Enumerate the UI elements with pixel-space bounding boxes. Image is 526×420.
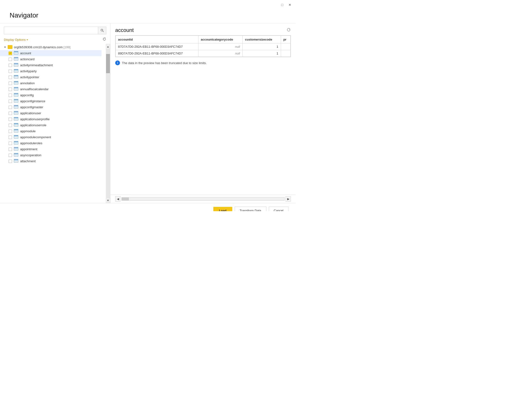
cell-customersizecode-0: 1 bbox=[243, 43, 281, 50]
tree-item-appmodule[interactable]: appmodule bbox=[0, 128, 101, 134]
scroll-track bbox=[106, 49, 110, 198]
checkbox-annotation[interactable] bbox=[9, 82, 12, 85]
data-table: accountidaccountcategorycodecustomersize… bbox=[115, 36, 291, 57]
checkbox-appconfiginstance[interactable] bbox=[9, 100, 12, 103]
tree-items-container: account actioncard activitymimeattachmen… bbox=[0, 50, 101, 164]
tree-item-annualfiscalcalendar[interactable]: annualfiscalcalendar bbox=[0, 86, 101, 92]
checkbox-activitymimeattachment[interactable] bbox=[9, 64, 12, 67]
chevron-down-icon: ▾ bbox=[27, 38, 28, 41]
table-icon bbox=[14, 93, 18, 97]
checkbox-applicationuser[interactable] bbox=[9, 112, 12, 115]
table-icon bbox=[14, 69, 18, 73]
table-icon bbox=[14, 81, 18, 85]
load-button[interactable]: Load bbox=[213, 207, 232, 211]
cell-accountcategorycode-0: null bbox=[198, 43, 242, 50]
checkbox-actioncard[interactable] bbox=[9, 58, 12, 61]
tree-item-label-appconfig: appconfig bbox=[20, 93, 34, 97]
search-input[interactable] bbox=[4, 27, 98, 34]
h-scroll-thumb[interactable] bbox=[122, 197, 129, 200]
tree-item-label-annualfiscalcalendar: annualfiscalcalendar bbox=[20, 87, 49, 91]
tree-item-activityparty[interactable]: activityparty bbox=[0, 68, 101, 74]
checkbox-appmodule[interactable] bbox=[9, 130, 12, 133]
tree-root[interactable]: ▼ org0b539308.crm10.dynamics.com [199] bbox=[0, 44, 101, 50]
checkbox-annualfiscalcalendar[interactable] bbox=[9, 88, 12, 91]
checkbox-appconfig[interactable] bbox=[9, 94, 12, 97]
tree-container: ▼ org0b539308.crm10.dynamics.com [199] a… bbox=[0, 44, 110, 203]
checkbox-appmodulecomponent[interactable] bbox=[9, 136, 12, 139]
col-header-pr: pr bbox=[281, 36, 290, 43]
cancel-button[interactable]: Cancel bbox=[269, 207, 288, 211]
svg-rect-39 bbox=[14, 87, 18, 88]
tree-item-annotation[interactable]: annotation bbox=[0, 80, 101, 86]
checkbox-activityparty[interactable] bbox=[9, 70, 12, 73]
table-icon bbox=[14, 141, 18, 145]
tree-item-applicationuser[interactable]: applicationuser bbox=[0, 110, 101, 116]
table-icon bbox=[14, 57, 18, 61]
checkbox-activitypointer[interactable] bbox=[9, 76, 12, 79]
info-message-text: The data in the preview has been truncat… bbox=[122, 61, 207, 65]
scroll-left-button[interactable]: ◀ bbox=[115, 196, 121, 202]
tree-item-label-actioncard: actioncard bbox=[20, 57, 35, 61]
tree-root-label: org0b539308.crm10.dynamics.com [199] bbox=[14, 45, 71, 49]
folder-icon bbox=[8, 45, 12, 49]
svg-rect-51 bbox=[14, 99, 18, 100]
col-header-accountid: accountid bbox=[116, 36, 198, 43]
tree-item-appconfig[interactable]: appconfig bbox=[0, 92, 101, 98]
h-scroll-track bbox=[121, 197, 285, 201]
checkbox-applicationuserprofile[interactable] bbox=[9, 118, 12, 121]
transform-data-button[interactable]: Transform Data bbox=[235, 207, 266, 211]
tree-item-activitymimeattachment[interactable]: activitymimeattachment bbox=[0, 62, 101, 68]
scroll-down-button[interactable]: ▼ bbox=[106, 198, 110, 203]
search-button[interactable] bbox=[98, 27, 106, 34]
tree-item-activitypointer[interactable]: activitypointer bbox=[0, 74, 101, 80]
table-icon bbox=[14, 111, 18, 115]
svg-rect-81 bbox=[14, 129, 18, 130]
tree-item-label-applicationuserrole: applicationuserrole bbox=[20, 123, 46, 127]
svg-rect-15 bbox=[14, 63, 18, 64]
preview-refresh-icon[interactable] bbox=[286, 28, 291, 33]
checkbox-applicationuserrole[interactable] bbox=[9, 123, 12, 127]
tree-item-applicationuserrole[interactable]: applicationuserrole bbox=[0, 122, 101, 128]
table-icon bbox=[14, 87, 18, 91]
tree-item-label-appmoduleroles: appmoduleroles bbox=[20, 141, 42, 145]
svg-rect-111 bbox=[14, 159, 18, 160]
tree-item-applicationuserprofile[interactable]: applicationuserprofile bbox=[0, 116, 101, 122]
tree-item-label-appconfigmaster: appconfigmaster bbox=[20, 105, 43, 109]
close-button[interactable]: ✕ bbox=[287, 2, 293, 8]
tree-item-attachment[interactable]: attachment bbox=[0, 158, 101, 164]
svg-rect-93 bbox=[14, 141, 18, 142]
tree-item-label-appointment: appointment bbox=[20, 147, 37, 151]
scroll-thumb[interactable] bbox=[106, 54, 110, 73]
data-table-container: accountidaccountcategorycodecustomersize… bbox=[115, 35, 291, 57]
minimize-button[interactable]: □ bbox=[279, 2, 285, 8]
display-options-button[interactable]: Display Options ▾ bbox=[4, 38, 28, 41]
cell-customersizecode-1: 1 bbox=[243, 50, 281, 57]
tree-item-actioncard[interactable]: actioncard bbox=[0, 56, 101, 62]
tree-item-label-applicationuserprofile: applicationuserprofile bbox=[20, 117, 50, 121]
checkbox-appmoduleroles[interactable] bbox=[9, 142, 12, 145]
scroll-right-button[interactable]: ▶ bbox=[285, 196, 291, 202]
table-icon bbox=[14, 129, 18, 133]
tree-item-asyncoperation[interactable]: asyncoperation bbox=[0, 152, 101, 158]
checkbox-attachment[interactable] bbox=[9, 160, 12, 163]
tree-item-appmodulecomponent[interactable]: appmodulecomponent bbox=[0, 134, 101, 140]
tree-item-account[interactable]: account bbox=[0, 50, 101, 56]
checkbox-asyncoperation[interactable] bbox=[9, 154, 12, 157]
checkbox-appconfigmaster[interactable] bbox=[9, 106, 12, 109]
tree-item-appconfiginstance[interactable]: appconfiginstance bbox=[0, 98, 101, 104]
table-body: 87D7A7D0-292A-EB11-BF68-000D3AFC74D7null… bbox=[116, 43, 291, 57]
preview-title: account bbox=[115, 27, 134, 33]
svg-rect-33 bbox=[14, 81, 18, 82]
checkbox-appointment[interactable] bbox=[9, 148, 12, 151]
scroll-up-button[interactable]: ▲ bbox=[106, 44, 110, 49]
tree-item-appconfigmaster[interactable]: appconfigmaster bbox=[0, 104, 101, 110]
table-icon bbox=[14, 75, 18, 79]
checkbox-account[interactable] bbox=[9, 51, 12, 55]
tree-scrollbar: ▲ ▼ bbox=[106, 44, 110, 203]
tree-list: ▼ org0b539308.crm10.dynamics.com [199] a… bbox=[0, 44, 106, 203]
tree-item-appmoduleroles[interactable]: appmoduleroles bbox=[0, 140, 101, 146]
tree-item-appointment[interactable]: appointment bbox=[0, 146, 101, 152]
refresh-icon[interactable] bbox=[102, 37, 106, 42]
svg-rect-87 bbox=[14, 135, 18, 136]
cell-pr-0 bbox=[281, 43, 290, 50]
